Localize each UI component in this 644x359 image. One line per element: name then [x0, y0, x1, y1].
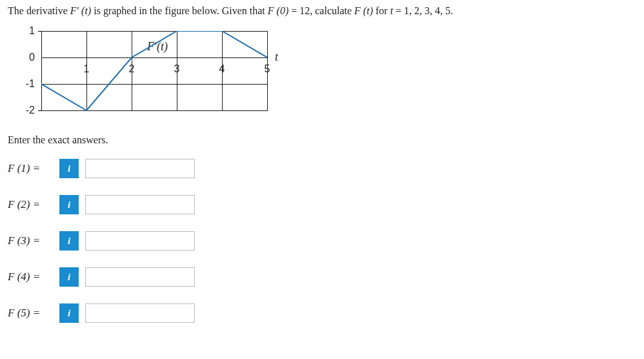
answer-input-f1[interactable] [85, 159, 195, 178]
answer-row-f2: F (2) = i [8, 194, 636, 216]
y-axis-labels: 1 0 -1 -2 [19, 26, 39, 116]
answer-input-f5[interactable] [85, 303, 195, 323]
answer-row-f4: F (4) = i [8, 266, 636, 288]
info-icon[interactable]: i [59, 159, 79, 178]
answer-input-f3[interactable] [85, 231, 195, 251]
info-icon[interactable]: i [59, 267, 79, 287]
answer-label: F (1) = [8, 162, 53, 175]
answer-label: F (2) = [8, 198, 53, 211]
math-f0: F (0) [268, 5, 288, 16]
plot-area: 1 2 3 4 5 F′(t) t [41, 31, 267, 111]
answer-rows: F (1) = i F (2) = i F (3) = i F (4) = i … [8, 158, 636, 324]
info-icon[interactable]: i [59, 195, 79, 214]
y-tick-label: -1 [26, 78, 35, 90]
math-fprime: F′ (t) [70, 5, 91, 16]
answer-label: F (5) = [8, 307, 53, 320]
answer-row-f1: F (1) = i [8, 158, 636, 180]
answer-label: F (3) = [8, 234, 53, 247]
answer-label: F (4) = [8, 271, 53, 283]
y-tick-label: -2 [26, 105, 35, 116]
info-icon[interactable]: i [59, 231, 79, 251]
question-text: The derivative F′ (t) is graphed in the … [8, 5, 636, 17]
answer-input-f4[interactable] [85, 267, 195, 287]
answer-input-f2[interactable] [85, 195, 195, 214]
chart-container: 1 0 -1 -2 1 2 3 4 5 F′(t) t [19, 26, 297, 116]
x-axis-var-label: t [275, 50, 278, 64]
answer-row-f5: F (5) = i [8, 302, 636, 324]
math-ft: F (t) [354, 5, 373, 16]
answer-row-f3: F (3) = i [8, 230, 636, 252]
instructions-text: Enter the exact answers. [8, 134, 636, 146]
chart-line [41, 31, 267, 111]
info-icon[interactable]: i [59, 303, 79, 323]
y-tick-label: 0 [29, 52, 35, 63]
y-tick-label: 1 [29, 25, 35, 37]
